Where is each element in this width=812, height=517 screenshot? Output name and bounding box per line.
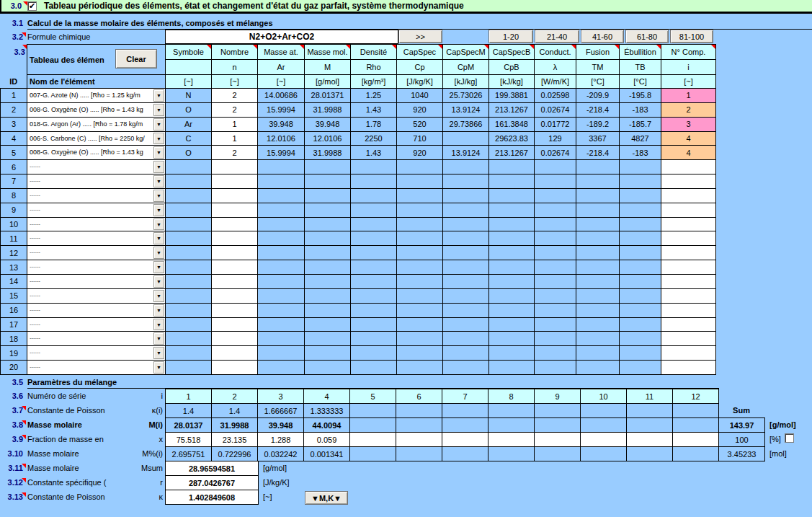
row-id-cell[interactable]: 19 [1, 346, 27, 361]
cell-ncomp[interactable] [661, 217, 716, 231]
cell-ebullition[interactable] [620, 174, 661, 189]
cell-nombre[interactable]: 1 [212, 117, 258, 131]
cell-capspecm[interactable] [443, 317, 489, 332]
cell-fusion[interactable] [576, 303, 620, 317]
sum-mol[interactable]: 3.45233 [719, 447, 765, 461]
element-dropdown[interactable]: 018-G. Argon (Ar) ..... [Rho = 1.78 kg/m… [27, 117, 166, 131]
cell-ncomp[interactable] [661, 231, 716, 246]
row-id-cell[interactable]: 6 [1, 160, 27, 174]
serie-cell[interactable]: 3 [258, 389, 304, 404]
cell-densite[interactable] [351, 203, 397, 217]
cell-capspecb[interactable] [489, 346, 535, 361]
fraction-masse-cell[interactable]: 23.135 [212, 433, 258, 447]
masse-molaire-cell[interactable] [535, 418, 581, 433]
cell-ncomp[interactable] [661, 361, 716, 375]
cell-ebullition[interactable] [620, 332, 661, 346]
cell-fusion[interactable] [576, 317, 620, 332]
cell-capspecm[interactable] [443, 260, 489, 275]
masse-molaire-cell[interactable]: 39.948 [258, 418, 304, 433]
cell-capspecb[interactable]: 161.3848 [489, 117, 535, 131]
cell-capspecm[interactable] [443, 361, 489, 375]
cell-ncomp[interactable] [661, 160, 716, 174]
cell-symbole[interactable]: N [166, 89, 212, 103]
cell-masse-mol[interactable]: 28.01371 [305, 89, 351, 103]
cell-masse-at[interactable] [258, 317, 305, 332]
cell-nombre[interactable] [212, 317, 258, 332]
cell-symbole[interactable] [166, 288, 212, 303]
cell-capspec[interactable]: 920 [397, 146, 443, 160]
cell-ebullition[interactable] [620, 203, 661, 217]
cell-symbole[interactable] [166, 346, 212, 361]
cell-capspecm[interactable]: 13.9124 [443, 102, 489, 117]
cell-ncomp[interactable] [661, 317, 716, 332]
cell-symbole[interactable]: O [166, 146, 212, 160]
kappa-cell[interactable] [581, 404, 627, 418]
masse-molaire-pct-cell[interactable] [627, 447, 673, 461]
cell-capspec[interactable] [397, 260, 443, 275]
cell-capspec[interactable] [397, 203, 443, 217]
row-id-cell[interactable]: 5 [1, 146, 27, 160]
cell-densite[interactable] [351, 317, 397, 332]
cell-masse-at[interactable] [258, 231, 305, 246]
cell-masse-at[interactable]: 15.9994 [258, 146, 305, 160]
cell-ncomp[interactable] [661, 288, 716, 303]
cell-ebullition[interactable] [620, 361, 661, 375]
cell-conduct[interactable] [535, 274, 576, 288]
cell-nombre[interactable] [212, 274, 258, 288]
dropdown-arrow-icon[interactable]: ▼ [153, 161, 164, 173]
cell-masse-mol[interactable] [305, 361, 351, 375]
element-dropdown[interactable]: ----- ▼ [27, 317, 166, 332]
cell-masse-mol[interactable] [305, 203, 351, 217]
cell-capspecb[interactable] [489, 188, 535, 203]
kappa-cell[interactable] [488, 404, 535, 418]
serie-cell[interactable]: 4 [304, 389, 350, 404]
cell-masse-mol[interactable] [305, 288, 351, 303]
clear-button[interactable]: Clear [115, 49, 157, 69]
cell-capspec[interactable]: 710 [397, 131, 443, 146]
fraction-masse-cell[interactable] [535, 433, 581, 447]
cell-masse-mol[interactable] [305, 231, 351, 246]
cell-masse-mol[interactable] [305, 260, 351, 275]
dropdown-arrow-icon[interactable]: ▼ [153, 204, 164, 216]
cell-densite[interactable]: 1.78 [351, 117, 397, 131]
cell-masse-at[interactable] [258, 174, 305, 189]
cell-conduct[interactable] [535, 303, 576, 317]
row-id-cell[interactable]: 7 [1, 174, 27, 189]
cell-capspec[interactable] [397, 217, 443, 231]
cell-symbole[interactable] [166, 361, 212, 375]
cell-masse-mol[interactable]: 39.948 [305, 117, 351, 131]
masse-molaire-cell[interactable] [396, 418, 442, 433]
row-id-cell[interactable]: 11 [1, 231, 27, 246]
cell-capspec[interactable] [397, 246, 443, 260]
kappa-cell[interactable] [535, 404, 581, 418]
formula-input[interactable]: N2+O2+Ar+CO2 [165, 30, 398, 44]
cell-conduct[interactable]: 0.01772 [535, 117, 576, 131]
row-id-cell[interactable]: 17 [1, 317, 27, 332]
masse-molaire-pct-cell[interactable] [396, 447, 442, 461]
fraction-masse-cell[interactable]: 1.288 [258, 433, 304, 447]
cell-densite[interactable] [351, 246, 397, 260]
fraction-masse-cell[interactable] [350, 433, 396, 447]
cell-masse-at[interactable] [258, 217, 305, 231]
cell-capspec[interactable]: 920 [397, 102, 443, 117]
cell-nombre[interactable]: 2 [212, 102, 258, 117]
cell-conduct[interactable] [535, 260, 576, 275]
cell-capspecb[interactable]: 213.1267 [489, 102, 535, 117]
cell-symbole[interactable] [166, 303, 212, 317]
cell-ncomp[interactable]: 4 [661, 146, 716, 160]
cell-ebullition[interactable] [620, 188, 661, 203]
cell-densite[interactable] [351, 361, 397, 375]
cell-capspecb[interactable] [489, 303, 535, 317]
cell-fusion[interactable] [576, 361, 620, 375]
cell-conduct[interactable] [535, 332, 576, 346]
cell-ncomp[interactable]: 2 [661, 102, 716, 117]
serie-cell[interactable]: 6 [396, 389, 442, 404]
kappa-cell[interactable] [627, 404, 673, 418]
cell-masse-mol[interactable] [305, 346, 351, 361]
sum-masse-molaire[interactable]: 143.97 [719, 418, 765, 433]
cell-nombre[interactable]: 1 [212, 131, 258, 146]
cell-masse-at[interactable] [258, 274, 305, 288]
cell-capspec[interactable] [397, 361, 443, 375]
cell-conduct[interactable] [535, 288, 576, 303]
mk-button[interactable]: ▼M,K▼ [305, 491, 348, 505]
